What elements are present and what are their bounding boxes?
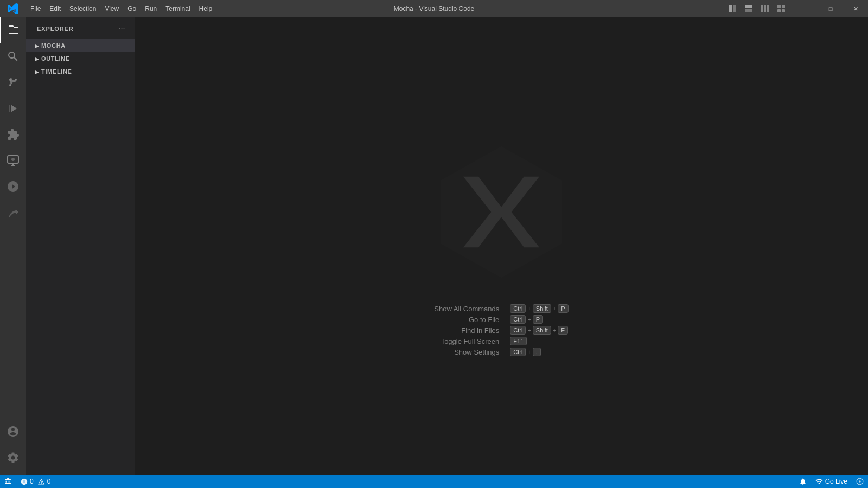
window-controls: ─ □ ✕: [793, 0, 868, 17]
statusbar-errors[interactable]: 0 0: [16, 475, 55, 488]
menu-edit[interactable]: Edit: [45, 0, 65, 17]
activity-extensions[interactable]: [0, 121, 26, 147]
kbd-ctrl-2: Ctrl: [510, 326, 526, 335]
statusbar-golive[interactable]: Go Live: [811, 475, 852, 488]
notifications-icon: [799, 478, 807, 485]
svg-point-13: [15, 79, 17, 81]
error-count: 0: [30, 478, 34, 485]
svg-rect-7: [777, 5, 781, 8]
menu-bar: File Edit Selection View Go Run Terminal…: [26, 0, 216, 17]
port-icon: [856, 478, 864, 485]
kbd-p-0: P: [558, 304, 568, 313]
sidebar-header: EXPLORER ···: [26, 17, 135, 39]
tree-item-outline[interactable]: ▶ OUTLINE: [26, 52, 135, 65]
titlebar: File Edit Selection View Go Run Terminal…: [0, 0, 868, 17]
shortcut-keys-4: Ctrl + ,: [510, 348, 568, 356]
explorer-title: EXPLORER: [37, 25, 74, 32]
kbd-ctrl-1: Ctrl: [510, 315, 526, 324]
sidebar: EXPLORER ··· ▶ MOCHA ▶ OUTLINE ▶ TIMELIN…: [26, 17, 135, 475]
kbd-comma: ,: [533, 348, 541, 356]
svg-point-11: [9, 79, 11, 81]
shortcut-label-3: Toggle Full Screen: [434, 337, 499, 345]
svg-rect-5: [764, 5, 766, 12]
arrow-icon-timeline: ▶: [33, 69, 41, 75]
menu-help[interactable]: Help: [195, 0, 217, 17]
statusbar-right: Go Live: [795, 475, 868, 488]
menu-terminal[interactable]: Terminal: [161, 0, 194, 17]
svg-rect-9: [777, 9, 781, 12]
activity-account[interactable]: [0, 419, 26, 445]
titlebar-controls: ─ □ ✕: [725, 0, 868, 17]
svg-point-12: [9, 84, 11, 86]
close-button[interactable]: ✕: [843, 0, 868, 17]
kbd-shift-0: Shift: [533, 304, 551, 313]
svg-rect-8: [782, 5, 785, 8]
shortcut-label-0: Show All Commands: [434, 305, 499, 313]
svg-rect-4: [761, 5, 763, 12]
activity-settings[interactable]: [0, 445, 26, 471]
statusbar-left: 0 0: [0, 475, 55, 488]
warning-count: 0: [47, 478, 51, 485]
main-layout: EXPLORER ··· ▶ MOCHA ▶ OUTLINE ▶ TIMELIN…: [0, 17, 868, 475]
activity-custom2[interactable]: [0, 200, 26, 226]
menu-file[interactable]: File: [26, 0, 45, 17]
shortcut-keys-0: Ctrl + Shift + P: [510, 304, 568, 313]
menu-view[interactable]: View: [100, 0, 123, 17]
layout-icon-4[interactable]: [774, 1, 789, 16]
error-icon: [21, 478, 28, 485]
layout-icon-2[interactable]: [741, 1, 756, 16]
svg-rect-10: [782, 9, 785, 12]
shortcut-keys-2: Ctrl + Shift + F: [510, 326, 568, 335]
editor-area: Show All Commands Ctrl + Shift + P Go to…: [135, 17, 868, 475]
activity-source-control[interactable]: [0, 69, 26, 95]
layout-icons: [725, 1, 789, 16]
menu-go[interactable]: Go: [123, 0, 141, 17]
svg-rect-3: [745, 9, 752, 12]
titlebar-left: File Edit Selection View Go Run Terminal…: [0, 0, 216, 17]
shortcut-keys-1: Ctrl + P: [510, 315, 568, 324]
maximize-button[interactable]: □: [818, 0, 843, 17]
activity-explorer[interactable]: [0, 17, 26, 43]
svg-rect-2: [745, 5, 752, 8]
activity-search[interactable]: [0, 43, 26, 69]
golive-icon: [815, 478, 823, 485]
svg-rect-14: [9, 105, 10, 112]
vscode-watermark: [425, 136, 577, 288]
statusbar-notifications[interactable]: [795, 475, 811, 488]
activity-remote[interactable]: [0, 147, 26, 174]
statusbar-port[interactable]: [852, 475, 868, 488]
tree-label-mocha: MOCHA: [41, 42, 66, 49]
layout-icon-1[interactable]: [725, 1, 740, 16]
minimize-button[interactable]: ─: [793, 0, 818, 17]
golive-label: Go Live: [825, 478, 847, 485]
kbd-f11: F11: [510, 337, 527, 345]
shortcut-label-4: Show Settings: [434, 348, 499, 356]
layout-icon-3[interactable]: [757, 1, 773, 16]
activity-bar-bottom: [0, 419, 26, 475]
activity-run[interactable]: [0, 95, 26, 121]
shortcut-label-1: Go to File: [434, 316, 499, 324]
arrow-icon-outline: ▶: [33, 56, 41, 62]
menu-selection[interactable]: Selection: [65, 0, 100, 17]
kbd-ctrl-4: Ctrl: [510, 348, 526, 356]
window-title: Mocha - Visual Studio Code: [394, 5, 475, 12]
kbd-ctrl-0: Ctrl: [510, 304, 526, 313]
menu-run[interactable]: Run: [141, 0, 161, 17]
kbd-f-2: F: [558, 326, 568, 335]
kbd-shift-2: Shift: [533, 326, 551, 335]
welcome-content: Show All Commands Ctrl + Shift + P Go to…: [425, 136, 577, 356]
statusbar-remote[interactable]: [0, 475, 16, 488]
sidebar-header-icons: ···: [116, 23, 128, 35]
activity-custom1[interactable]: [0, 174, 26, 200]
tree-item-timeline[interactable]: ▶ TIMELINE: [26, 65, 135, 78]
tree-item-mocha[interactable]: ▶ MOCHA: [26, 39, 135, 52]
arrow-icon-mocha: ▶: [33, 43, 41, 49]
svg-rect-0: [729, 5, 732, 12]
shortcut-label-2: Find in Files: [434, 326, 499, 335]
sidebar-more-button[interactable]: ···: [116, 23, 128, 35]
shortcut-keys-3: F11: [510, 337, 568, 345]
activity-bar: [0, 17, 26, 475]
tree-label-outline: OUTLINE: [41, 55, 70, 62]
warning-icon: [38, 478, 45, 485]
svg-rect-6: [767, 5, 769, 12]
